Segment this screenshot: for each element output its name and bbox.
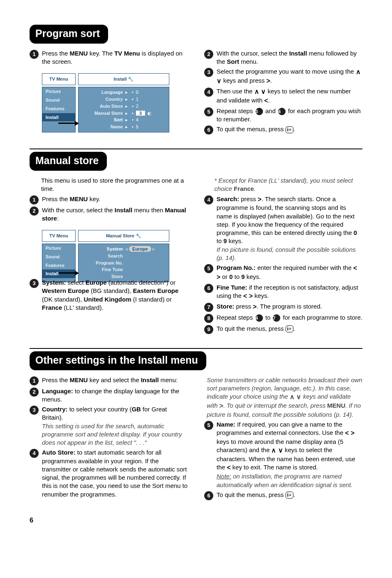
header-manual: Manual store [30, 152, 107, 171]
step-other-6: 6 [204, 491, 213, 500]
ref-7-icon: 7 [273, 314, 280, 322]
step-text: Select the programme you want to move us… [217, 67, 362, 86]
arrow-icon [58, 272, 78, 274]
step-sort-4: 4 [204, 88, 213, 97]
step-text: To quit the menus, press i+. [217, 325, 362, 334]
step-text: Language: to change the display language… [42, 387, 188, 404]
ref-4-icon: 4 [278, 108, 286, 115]
manual-intro: This menu is used to store the programme… [41, 176, 188, 193]
other-note: Some transmitters or cable networks broa… [207, 376, 362, 419]
tvmenu-label: TV Menu [42, 230, 76, 242]
step-manual-4: 4 [204, 195, 213, 204]
step-manual-8: 8 [204, 314, 213, 323]
ref-3-icon: 3 [256, 108, 263, 115]
tvmenu-side: Picture Sound Features Install [42, 87, 76, 132]
step-sort-6: 6 [204, 125, 213, 135]
tvmenu-side: Picture Sound Features Install [42, 244, 76, 282]
page-number: 6 [30, 516, 362, 525]
step-text: Country: to select your country (GB for … [42, 405, 188, 447]
step-text: To quit the menus, press i+. [217, 125, 362, 135]
step-other-1: 1 [30, 376, 39, 385]
header-sort: Program sort [30, 25, 108, 44]
step-text: Auto Store: to start automatic search fo… [42, 448, 188, 499]
step-text: With the cursor, select the Install menu… [42, 206, 188, 223]
step-manual-1: 1 [30, 195, 39, 204]
step-other-4: 4 [30, 449, 39, 458]
step-other-2: 2 [30, 388, 39, 397]
step-text: Press the MENU key. [42, 195, 188, 204]
step-sort-1: 1 [30, 50, 39, 59]
step-text: Repeat steps 4 to 7 for each programme t… [217, 313, 362, 323]
step-other-5: 5 [204, 421, 213, 430]
step-manual-9: 9 [204, 325, 213, 334]
tvmenu-manualstore: TV Menu Manual Store 🔧 Picture Sound Fea… [42, 230, 169, 274]
step-manual-5: 5 [204, 264, 213, 273]
tvmenu-main: System◃ Europe ▹ Search Program No. Fine… [78, 244, 169, 282]
info-button-icon: i+ [286, 492, 293, 499]
step-text: To quit the menus, press i+. [217, 491, 362, 500]
step-text: Search: press >. The search starts. Once… [217, 195, 362, 262]
step-text: Press the MENU key. The TV Menu is displ… [42, 49, 188, 66]
manual-star-note: * Except for France (LL' standard), you … [214, 176, 362, 193]
step-text: Press the MENU key and select the Instal… [42, 376, 188, 385]
tvmenu-main: Language▸•0 Country▸•1 Auto Store▸•2 Man… [78, 87, 169, 132]
arrow-icon [58, 123, 78, 124]
step-sort-3: 3 [204, 68, 213, 77]
tvmenu-label: TV Menu [42, 73, 76, 85]
tvmenu-title: Manual Store 🔧 [78, 230, 169, 242]
tvmenu-title: Install 🔧 [78, 73, 169, 85]
step-manual-6: 6 [204, 284, 213, 293]
ref-4-icon: 4 [256, 314, 263, 322]
step-text: Name: If required, you can give a name t… [217, 420, 362, 489]
step-text: System: select Europe (automatic detecti… [42, 279, 188, 312]
tvmenu-install: TV Menu Install 🔧 Picture Sound Features… [42, 73, 169, 124]
step-text: Store: press >. The program is stored. [217, 302, 362, 312]
step-text: Program No.: enter the required number w… [217, 264, 362, 282]
step-sort-2: 2 [204, 50, 213, 59]
step-other-3: 3 [30, 406, 39, 415]
step-manual-3: 3 [30, 279, 39, 288]
step-text: Fine Tune: if the reception is not satis… [217, 283, 362, 301]
info-button-icon: i+ [286, 325, 293, 332]
step-sort-5: 5 [204, 107, 213, 116]
step-text: Repeat steps 3 and 4 for each program yo… [217, 107, 362, 124]
step-text: Then use the ∧ ∨ keys to select the new … [217, 87, 362, 105]
step-manual-7: 7 [204, 303, 213, 312]
step-text: With the cursor, select the Install menu… [217, 49, 362, 66]
info-button-icon: i+ [286, 126, 293, 133]
header-other: Other settings in the Install menu [30, 351, 206, 370]
step-manual-2: 2 [30, 207, 39, 216]
